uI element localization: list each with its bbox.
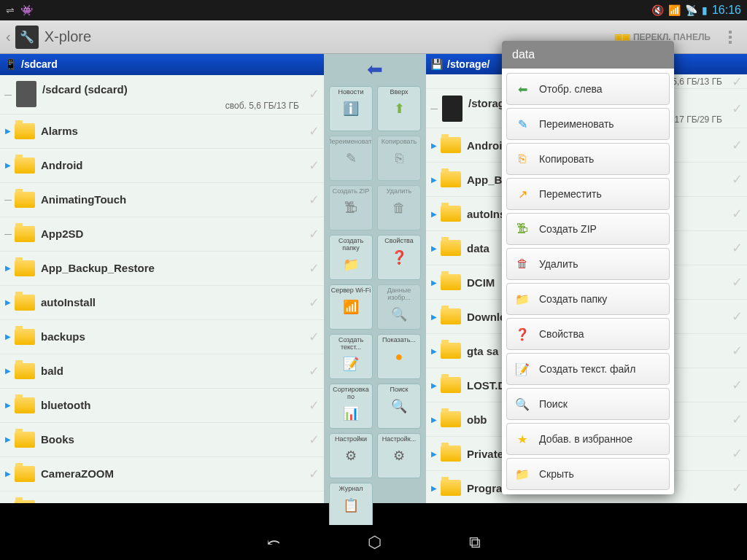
menu-item-label: Поиск xyxy=(539,398,568,410)
tree-collapse-icon[interactable]: — xyxy=(1,90,15,98)
folder-row[interactable]: ▶ bluetooth ✓ xyxy=(0,389,324,423)
menu-item-icon: 🔍 xyxy=(514,396,530,412)
check-icon[interactable]: ✓ xyxy=(732,343,743,359)
back-button[interactable]: ⤺ xyxy=(267,533,280,552)
check-icon[interactable]: ✓ xyxy=(309,158,320,174)
button-icon: ● xyxy=(387,345,411,368)
toolbar-button[interactable]: Настройк... ⚙ xyxy=(377,433,421,478)
folder-row[interactable]: — App2SD ✓ xyxy=(0,217,324,252)
check-icon[interactable]: ✓ xyxy=(732,308,743,324)
check-icon[interactable]: ✓ xyxy=(732,274,743,290)
folder-row[interactable]: ▶ CartoonCamera ✓ xyxy=(0,491,324,503)
check-icon[interactable]: ✓ xyxy=(309,432,320,448)
context-menu-item[interactable]: ↗ Переместить xyxy=(506,178,670,210)
toolbar-button[interactable]: Новости ℹ️ xyxy=(329,86,373,131)
folder-row[interactable]: ▶ CameraZOOM ✓ xyxy=(0,457,324,491)
context-menu-item[interactable]: 🔍 Поиск xyxy=(506,388,670,420)
check-icon[interactable]: ✓ xyxy=(732,377,743,393)
menu-item-label: Свойства xyxy=(539,328,584,340)
folder-label: bald xyxy=(41,365,306,377)
check-icon[interactable]: ✓ xyxy=(732,480,743,496)
menu-item-label: Добав. в избранное xyxy=(539,433,632,445)
button-label: Настройк... xyxy=(382,435,417,443)
overflow-menu-button[interactable] xyxy=(719,31,741,44)
folder-row[interactable]: ▶ backups ✓ xyxy=(0,320,324,354)
context-menu-item[interactable]: ★ Добав. в избранное xyxy=(506,423,670,455)
folder-row[interactable]: ▶ Android ✓ xyxy=(0,149,324,183)
button-label: Сортировка по xyxy=(330,386,372,400)
button-icon: 📶 xyxy=(339,295,363,319)
mute-icon: 🔇 xyxy=(651,4,664,16)
folder-label: Alarms xyxy=(41,125,306,137)
check-icon[interactable]: ✓ xyxy=(732,240,743,256)
toolbar-button: Создать ZIP 🗜 xyxy=(329,185,373,230)
toolbar-button[interactable]: Сортировка по 📊 xyxy=(329,384,373,429)
folder-row[interactable]: — AnimatingTouch ✓ xyxy=(0,183,324,217)
check-icon[interactable]: ✓ xyxy=(309,123,320,139)
folder-icon xyxy=(15,123,35,139)
folder-row[interactable]: ▶ Books ✓ xyxy=(0,423,324,457)
check-icon[interactable]: ✓ xyxy=(732,137,743,153)
check-icon[interactable]: ✓ xyxy=(309,363,320,379)
toolbar-button[interactable]: Вверх ⬆ xyxy=(377,86,421,131)
toolbar-button[interactable]: Поиск 🔍 xyxy=(377,384,421,429)
folder-row[interactable]: ▶ App_Backup_Restore ✓ xyxy=(0,252,324,286)
context-menu-item[interactable]: 📝 Создать текст. файл xyxy=(506,353,670,385)
check-icon[interactable]: ✓ xyxy=(732,446,743,462)
folder-icon xyxy=(441,377,461,393)
recents-button[interactable]: ⧉ xyxy=(469,533,481,552)
context-menu-item[interactable]: ❓ Свойства xyxy=(506,318,670,350)
check-icon[interactable]: ✓ xyxy=(309,500,320,503)
toolbar-button[interactable]: Настройки ⚙ xyxy=(329,433,373,478)
check-icon[interactable]: ✓ xyxy=(309,260,320,276)
check-icon[interactable]: ✓ xyxy=(732,411,743,427)
folder-icon xyxy=(15,329,35,345)
toolbar-button[interactable]: Сервер Wi-Fi 📶 xyxy=(329,284,373,330)
button-label: Новости xyxy=(338,88,364,96)
toolbar-button[interactable]: Свойства ❓ xyxy=(377,235,421,280)
check-icon[interactable]: ✓ xyxy=(309,192,320,208)
folder-row[interactable]: ▶ autoInstall ✓ xyxy=(0,286,324,320)
context-menu-item[interactable]: ⬅ Отобр. слева xyxy=(506,73,670,105)
check-icon[interactable]: ✓ xyxy=(732,206,743,222)
check-icon[interactable]: ✓ xyxy=(309,397,320,413)
folder-row[interactable]: ▶ bald ✓ xyxy=(0,354,324,389)
menu-item-label: Переименовать xyxy=(539,118,614,130)
button-icon: ❓ xyxy=(387,246,411,269)
context-menu-item[interactable]: 📁 Создать папку xyxy=(506,283,670,315)
button-icon: 🔍 xyxy=(387,303,411,326)
menu-item-icon: 📁 xyxy=(514,291,530,307)
check-icon[interactable]: ✓ xyxy=(309,86,320,102)
folder-icon xyxy=(441,446,461,462)
folder-row[interactable]: ▶ Alarms ✓ xyxy=(0,114,324,149)
toolbar-button[interactable]: Создать текст... 📝 xyxy=(329,334,373,379)
context-menu-item[interactable]: ⎘ Копировать xyxy=(506,143,670,175)
button-label: Создать ZIP xyxy=(333,187,370,195)
check-icon[interactable]: ✓ xyxy=(732,101,743,117)
check-icon[interactable]: ✓ xyxy=(309,329,320,345)
button-icon: ⚙ xyxy=(387,444,411,467)
back-icon[interactable]: ‹ xyxy=(6,28,11,45)
context-menu-item[interactable]: ✎ Переименовать xyxy=(506,108,670,140)
folder-icon xyxy=(441,274,461,290)
check-icon[interactable]: ✓ xyxy=(309,466,320,482)
direction-arrow-left[interactable]: ⬅ xyxy=(361,60,389,79)
home-button[interactable]: ⬡ xyxy=(368,533,382,552)
toolbar-button[interactable]: Журнал 📋 xyxy=(329,483,373,528)
folder-label: App2SD xyxy=(41,228,306,240)
button-label: Поиск xyxy=(390,386,409,393)
check-icon[interactable]: ✓ xyxy=(309,295,320,311)
toolbar-button[interactable]: Показать... ● xyxy=(377,334,421,379)
left-pane-header[interactable]: 📱 /sdcard xyxy=(0,54,324,75)
folder-icon xyxy=(441,171,461,187)
button-icon: 📁 xyxy=(339,253,363,276)
menu-item-label: Отобр. слева xyxy=(539,83,603,95)
context-menu-item[interactable]: 🗑 Удалить xyxy=(506,248,670,280)
check-icon[interactable]: ✓ xyxy=(732,171,743,187)
context-menu-item[interactable]: 🗜 Создать ZIP xyxy=(506,213,670,245)
toolbar-button[interactable]: Создать папку 📁 xyxy=(329,235,373,280)
menu-item-icon: ↗ xyxy=(514,186,530,202)
check-icon[interactable]: ✓ xyxy=(309,226,320,242)
context-menu-item[interactable]: 📁 Скрыть xyxy=(506,458,670,490)
root-item[interactable]: — /sdcard (sdcard) ✓ своб. 5,6 ГБ/13 ГБ xyxy=(0,75,324,114)
